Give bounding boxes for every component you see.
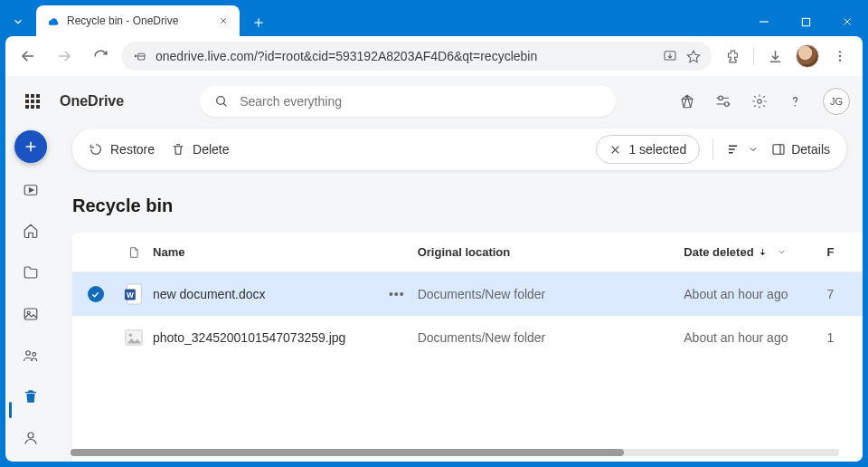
scrollbar-thumb[interactable]	[71, 449, 624, 456]
address-bar[interactable]	[121, 42, 712, 71]
row-checkbox[interactable]	[72, 286, 118, 302]
svg-rect-11	[138, 53, 145, 60]
help-button[interactable]	[788, 94, 803, 110]
svg-point-48	[28, 433, 33, 438]
new-tab-button[interactable]	[245, 9, 272, 36]
svg-point-30	[217, 97, 225, 105]
rail-recycle-bin[interactable]	[14, 382, 47, 411]
extensions-button[interactable]	[717, 41, 748, 71]
account-button[interactable]: JG	[823, 88, 850, 115]
column-size[interactable]: F	[826, 245, 863, 259]
page-viewport: OneDrive JG	[5, 76, 863, 462]
window-maximize-button[interactable]	[785, 7, 826, 36]
rail-files[interactable]	[14, 258, 47, 287]
bookmark-star-icon[interactable]	[686, 49, 701, 63]
details-icon	[771, 142, 786, 157]
selection-pill[interactable]: 1 selected	[596, 135, 700, 164]
separator	[753, 47, 754, 65]
file-date: About an hour ago	[684, 287, 826, 301]
svg-rect-24	[25, 100, 29, 103]
tab-search-button[interactable]	[0, 7, 36, 36]
settings-gear-icon[interactable]	[751, 93, 768, 110]
main-region: Restore Delete 1 selected	[56, 127, 863, 462]
svg-rect-5	[802, 18, 809, 25]
brand-label: OneDrive	[60, 93, 124, 110]
search-icon	[214, 94, 229, 109]
svg-line-31	[223, 103, 226, 106]
column-type-icon[interactable]	[118, 245, 149, 260]
window-controls	[743, 7, 868, 36]
rail-home[interactable]	[14, 216, 47, 245]
file-name[interactable]: photo_3245200101547073259.jpg	[149, 330, 418, 345]
table-header: Name Original location Date deleted F	[72, 233, 863, 272]
chevron-down-icon	[777, 247, 787, 257]
install-app-icon[interactable]	[663, 49, 677, 63]
file-name[interactable]: new document.docx•••	[149, 287, 418, 301]
onedrive-favicon-icon	[45, 14, 60, 28]
svg-rect-26	[36, 100, 40, 103]
trash-icon	[171, 142, 185, 157]
nav-back-button[interactable]	[13, 41, 43, 71]
svg-point-18	[839, 51, 841, 52]
downloads-button[interactable]	[760, 41, 790, 71]
tab-close-button[interactable]	[216, 14, 231, 28]
separator	[712, 138, 713, 160]
restore-button[interactable]: Restore	[89, 142, 155, 157]
sort-arrow-icon	[758, 247, 768, 257]
sort-button[interactable]	[726, 141, 759, 157]
nav-forward-button[interactable]	[49, 41, 80, 71]
search-box[interactable]	[200, 86, 616, 117]
svg-point-20	[839, 59, 841, 61]
site-info-icon[interactable]	[132, 49, 146, 63]
onedrive-header: OneDrive JG	[5, 76, 863, 127]
details-pane-button[interactable]: Details	[771, 142, 830, 157]
file-location: Documents/New folder	[418, 287, 684, 301]
svg-rect-27	[25, 105, 29, 109]
table-row[interactable]: photo_3245200101547073259.jpgDocuments/N…	[72, 316, 863, 359]
svg-marker-43	[30, 187, 34, 192]
nav-reload-button[interactable]	[85, 41, 116, 71]
table-row[interactable]: Wnew document.docx•••Documents/New folde…	[72, 272, 863, 316]
app-launcher-button[interactable]	[18, 87, 47, 116]
svg-rect-23	[36, 94, 40, 98]
page-title: Recycle bin	[72, 195, 863, 216]
profile-avatar[interactable]	[796, 44, 819, 68]
browser-menu-button[interactable]	[825, 41, 855, 71]
rail-account[interactable]	[14, 424, 47, 453]
restore-label: Restore	[110, 142, 155, 157]
command-bar: Restore Delete 1 selected	[72, 129, 846, 170]
search-input[interactable]	[240, 94, 601, 109]
rail-for-you[interactable]	[14, 176, 47, 205]
svg-point-37	[725, 102, 730, 107]
svg-point-47	[33, 352, 36, 356]
svg-rect-54	[773, 145, 784, 155]
column-name[interactable]: Name	[149, 245, 418, 259]
premium-button[interactable]	[679, 93, 695, 110]
svg-point-10	[135, 55, 137, 57]
selection-count: 1 selected	[628, 142, 686, 157]
delete-button[interactable]: Delete	[171, 142, 229, 157]
file-type-icon: W	[118, 282, 149, 306]
column-date[interactable]: Date deleted	[684, 245, 826, 259]
clear-selection-icon[interactable]	[609, 144, 621, 156]
file-date: About an hour ago	[684, 330, 826, 345]
file-size: 1	[826, 330, 863, 345]
window-minimize-button[interactable]	[743, 7, 785, 36]
browser-tab[interactable]: Recycle bin - OneDrive	[36, 5, 240, 36]
rail-photos[interactable]	[14, 300, 47, 329]
restore-icon	[89, 142, 103, 157]
left-rail	[5, 127, 56, 462]
file-table: Name Original location Date deleted F Wn…	[72, 233, 863, 462]
more-actions-button[interactable]: •••	[389, 287, 405, 301]
svg-point-61	[129, 333, 133, 337]
svg-rect-28	[31, 105, 34, 109]
column-location[interactable]: Original location	[418, 245, 684, 259]
settings-quick-icon[interactable]	[715, 93, 731, 110]
horizontal-scrollbar[interactable]	[71, 449, 839, 456]
file-location: Documents/New folder	[418, 330, 684, 345]
rail-shared[interactable]	[14, 341, 47, 370]
url-input[interactable]	[156, 49, 654, 63]
add-new-button[interactable]	[14, 130, 47, 163]
svg-rect-29	[36, 105, 40, 109]
window-close-button[interactable]	[826, 7, 868, 36]
